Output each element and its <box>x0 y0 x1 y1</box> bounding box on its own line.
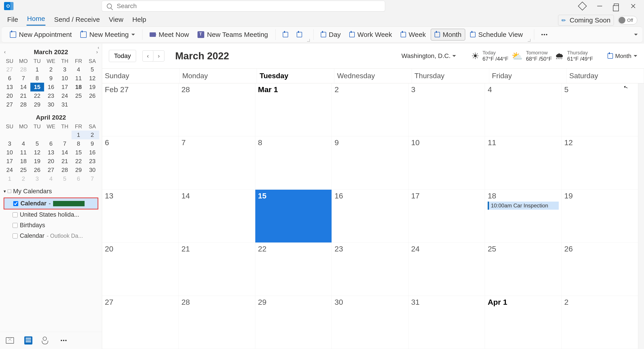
mini-day[interactable]: 12 <box>30 148 44 157</box>
day-cell[interactable]: 11 <box>485 136 562 189</box>
mini-day[interactable]: 3 <box>30 174 44 183</box>
menu-file[interactable]: File <box>7 14 18 26</box>
calendar-nav-icon[interactable] <box>24 337 32 345</box>
calendar-checkbox[interactable] <box>13 201 18 206</box>
mini-day[interactable]: 22 <box>72 157 85 166</box>
day-view-button[interactable]: Day <box>317 29 344 40</box>
day-cell[interactable]: 14 <box>178 190 255 243</box>
mini-day[interactable]: 1 <box>30 65 44 74</box>
mini-day[interactable]: 25 <box>16 166 30 174</box>
mini-day[interactable]: 23 <box>44 91 58 100</box>
mini-day[interactable]: 4 <box>72 65 85 74</box>
mini-day[interactable]: 28 <box>16 100 30 109</box>
my-calendars-group[interactable]: ▾ My Calendars <box>4 185 98 198</box>
mini-day[interactable]: 9 <box>44 74 58 83</box>
calendar-list-item[interactable]: Birthdays <box>4 220 98 231</box>
mini-day[interactable]: 28 <box>16 65 30 74</box>
weather-location[interactable]: Washington, D.C. <box>402 52 456 59</box>
mini-day[interactable]: 25 <box>72 91 85 100</box>
mail-nav-icon[interactable] <box>6 337 14 344</box>
mini-day[interactable]: 24 <box>3 166 16 174</box>
mini-day[interactable]: 26 <box>86 91 99 100</box>
mini-day[interactable]: 2 <box>86 131 99 139</box>
mini-day[interactable]: 7 <box>86 174 99 183</box>
day-cell[interactable]: Apr 1 <box>485 296 562 349</box>
mini-day[interactable]: 7 <box>58 139 72 148</box>
weather-block[interactable]: ⛅Tomorrow68°F /50°F <box>512 50 552 62</box>
view-selector[interactable]: Month <box>608 52 637 59</box>
meet-now-button[interactable]: Meet Now <box>146 29 192 40</box>
mini-day[interactable]: 20 <box>3 91 16 100</box>
day-cell[interactable]: 26 <box>562 243 638 296</box>
calendar-checkbox[interactable] <box>12 223 18 228</box>
dialog-launcher-icon[interactable] <box>307 39 310 41</box>
menu-send-receive[interactable]: Send / Receive <box>54 14 100 26</box>
day-cell[interactable]: 23 <box>332 243 408 296</box>
mini-day[interactable]: 6 <box>3 74 16 83</box>
mini-day[interactable] <box>58 131 72 139</box>
mini-day[interactable]: 26 <box>30 166 44 174</box>
day-cell[interactable]: 2 <box>332 83 408 136</box>
menu-help[interactable]: Help <box>132 14 147 26</box>
day-cell[interactable]: 19 <box>562 190 638 243</box>
calendar-list-item[interactable]: Calendar - Outlook Da... <box>4 231 98 241</box>
mini-day[interactable]: 21 <box>16 91 30 100</box>
calendar-list-item[interactable]: Calendar - <box>4 198 98 209</box>
weather-block[interactable]: ☀Today67°F /44°F <box>471 50 508 62</box>
mini-day[interactable]: 11 <box>72 74 85 83</box>
coming-soon-toggle[interactable]: Off <box>618 16 637 24</box>
mini-day[interactable]: 10 <box>58 74 72 83</box>
mini-day[interactable] <box>72 100 85 109</box>
week-view-button[interactable]: Week <box>397 29 430 40</box>
next-month-button[interactable]: › <box>154 50 164 61</box>
day-cell[interactable]: 5 <box>562 83 638 136</box>
schedule-view-button[interactable]: Schedule View <box>466 29 526 40</box>
mini-day[interactable]: 5 <box>30 139 44 148</box>
people-nav-icon[interactable] <box>43 337 50 344</box>
goto-date-button[interactable] <box>293 30 306 39</box>
coming-soon-button[interactable]: Coming Soon <box>558 15 614 26</box>
goto-today-button[interactable] <box>279 30 292 39</box>
mini-day[interactable]: 15 <box>30 83 44 91</box>
mini-day[interactable]: 4 <box>44 174 58 183</box>
mini-day[interactable]: 27 <box>44 166 58 174</box>
day-cell[interactable]: 30 <box>332 296 408 349</box>
today-button[interactable]: Today <box>109 50 136 62</box>
day-cell[interactable]: 29 <box>255 296 332 349</box>
mini-day[interactable]: 1 <box>3 174 16 183</box>
mini-day[interactable]: 29 <box>30 100 44 109</box>
minimize-icon[interactable] <box>597 6 602 6</box>
mini-day[interactable]: 13 <box>44 148 58 157</box>
search-box[interactable] <box>102 1 385 11</box>
mini-day[interactable]: 19 <box>30 157 44 166</box>
day-cell[interactable]: 4 <box>485 83 562 136</box>
day-cell[interactable]: 21 <box>178 243 255 296</box>
mini-day[interactable]: 6 <box>44 139 58 148</box>
mini-day[interactable]: 7 <box>16 74 30 83</box>
day-cell[interactable]: 28 <box>178 296 255 349</box>
new-teams-meeting-button[interactable]: New Teams Meeting <box>194 29 272 40</box>
new-meeting-button[interactable]: New Meeting <box>77 29 138 40</box>
prev-month-button[interactable]: ‹ <box>142 50 154 61</box>
mini-day[interactable]: 30 <box>44 100 58 109</box>
day-cell[interactable]: 6 <box>102 136 178 189</box>
calendar-list-item[interactable]: United States holida... <box>4 209 98 220</box>
menu-view[interactable]: View <box>108 14 124 26</box>
premium-diamond-icon[interactable] <box>578 1 587 10</box>
day-cell[interactable]: 15 <box>255 190 332 243</box>
ribbon-collapse-icon[interactable] <box>634 34 638 37</box>
mini-day[interactable]: 2 <box>44 65 58 74</box>
day-cell[interactable]: 13 <box>102 190 178 243</box>
nav-more-icon[interactable] <box>61 340 66 341</box>
weather-block[interactable]: 🌧Thursday61°F /49°F <box>555 50 593 62</box>
day-cell[interactable]: 16 <box>332 190 408 243</box>
mini-day[interactable]: 16 <box>44 83 58 91</box>
dialog-launcher-icon[interactable] <box>528 39 530 41</box>
calendar-checkbox[interactable] <box>12 234 18 238</box>
mini-next-icon[interactable]: › <box>96 49 98 55</box>
mini-day[interactable]: 3 <box>58 65 72 74</box>
mini-day[interactable]: 20 <box>44 157 58 166</box>
mini-day[interactable]: 19 <box>86 83 99 91</box>
mini-day[interactable]: 27 <box>3 100 16 109</box>
mini-day[interactable]: 23 <box>86 157 99 166</box>
